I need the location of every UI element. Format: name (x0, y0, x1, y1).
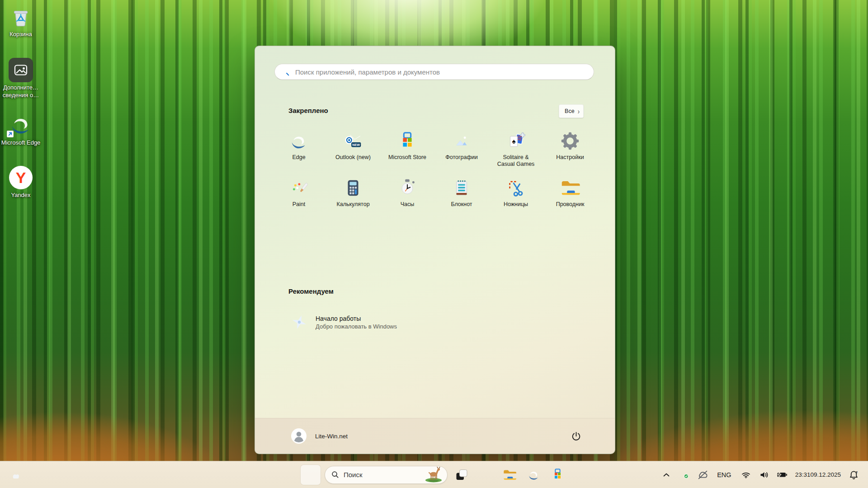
pinned-apps-grid: Edge NEW Outlook (new) Microsoft Store Ф… (272, 130, 597, 224)
taskbar-search-box[interactable]: Поиск (325, 466, 448, 484)
search-highlight-deer-image (421, 467, 446, 483)
start-search-input[interactable] (294, 68, 587, 76)
store-icon (397, 130, 418, 152)
pinned-app-notepad[interactable]: Блокнот (434, 177, 489, 224)
desktop-icon-label: Дополните… сведения о… (1, 84, 41, 99)
onedrive-button[interactable] (695, 466, 710, 484)
system-tray: ENG 23:31 09.12.2025 (659, 461, 862, 488)
solitaire-icon (505, 130, 526, 152)
recommended-item-subtitle: Добро пожаловать в Windows (316, 323, 397, 330)
desktop-icon-label: Yandex (11, 191, 30, 199)
start-menu-footer: Lite-Win.net (255, 418, 615, 454)
desktop-icon-recycle-bin[interactable]: Корзина (1, 5, 41, 38)
recommended-item-get-started[interactable]: Начало работы Добро пожаловать в Windows (272, 310, 453, 334)
chevron-right-icon: › (578, 107, 580, 116)
network-button[interactable] (738, 466, 754, 484)
taskbar-center: Поиск (301, 461, 567, 488)
paint-icon (288, 177, 309, 199)
store-icon (551, 468, 565, 482)
battery-button[interactable] (774, 466, 790, 484)
pinned-app-snipping-tool[interactable]: Ножницы (489, 177, 543, 224)
widgets-button[interactable] (7, 468, 26, 482)
search-icon (331, 471, 339, 479)
pinned-app-file-explorer[interactable]: Проводник (543, 177, 597, 224)
pinned-app-photos[interactable]: Фотографии (434, 130, 489, 177)
pinned-app-calculator[interactable]: Калькулятор (326, 177, 380, 224)
taskbar-search-label: Поиск (344, 471, 417, 479)
chevron-up-icon (663, 473, 670, 477)
notifications-button[interactable] (846, 466, 862, 484)
microsoft-store-button[interactable] (547, 465, 567, 485)
notepad-icon (451, 177, 472, 199)
user-name: Lite-Win.net (315, 433, 348, 440)
all-apps-button[interactable]: Все › (559, 104, 584, 118)
language-indicator[interactable]: ENG (713, 466, 735, 484)
pinned-app-paint[interactable]: Paint (272, 177, 326, 224)
pinned-section-title: Закреплено (288, 107, 328, 114)
volume-icon (760, 471, 769, 479)
pinned-app-settings[interactable]: Настройки (543, 130, 597, 177)
pinned-app-microsoft-store[interactable]: Microsoft Store (380, 130, 434, 177)
recommended-section-title: Рекомендуем (288, 287, 334, 295)
desktop-icon-microsoft-edge[interactable]: Microsoft Edge (1, 111, 41, 146)
weather-widget-icon (7, 468, 21, 482)
calculator-icon (343, 177, 363, 199)
outlook-icon: NEW (343, 130, 363, 152)
folder-icon (560, 177, 580, 199)
file-explorer-button[interactable] (500, 465, 519, 485)
desktop-icon-yandex[interactable]: Yandex (1, 165, 41, 199)
start-button[interactable] (301, 465, 321, 485)
onedrive-off-icon (697, 470, 708, 479)
edge-icon (527, 468, 541, 482)
volume-button[interactable] (756, 466, 772, 484)
desktop-screen: Корзина Дополните… сведения о… Microsoft… (0, 0, 868, 488)
pinned-app-clock[interactable]: Часы (380, 177, 434, 224)
user-account-button[interactable]: Lite-Win.net (291, 428, 348, 444)
get-started-icon (290, 313, 309, 332)
edge-icon (288, 130, 309, 152)
power-icon (571, 431, 581, 441)
desktop-icon-more-info[interactable]: Дополните… сведения о… (1, 58, 41, 99)
pinned-app-edge[interactable]: Edge (272, 130, 326, 177)
microsoft-365-button[interactable] (476, 465, 495, 485)
power-button[interactable] (567, 427, 585, 445)
edge-button[interactable] (524, 465, 543, 485)
tray-time: 23:31 (795, 471, 811, 479)
search-icon (281, 68, 290, 76)
task-view-icon (455, 468, 468, 482)
clock-date-button[interactable]: 23:31 09.12.2025 (793, 466, 844, 484)
microsoft-365-icon (479, 468, 492, 482)
task-view-button[interactable] (452, 465, 472, 485)
security-shield-icon (680, 470, 689, 479)
image-placeholder-icon (9, 58, 33, 82)
recommended-item-title: Начало работы (316, 315, 397, 322)
svg-text:NEW: NEW (352, 143, 360, 147)
bell-dnd-icon (849, 470, 859, 480)
avatar (291, 428, 307, 444)
edge-icon (8, 111, 34, 137)
windows-security-button[interactable] (677, 466, 692, 484)
wifi-icon (741, 471, 750, 479)
snipping-tool-icon (505, 177, 526, 199)
settings-gear-icon (560, 130, 580, 152)
windows-logo-icon (305, 469, 316, 480)
clock-icon (397, 177, 418, 199)
tray-date: 09.12.2025 (810, 471, 841, 479)
folder-icon (502, 468, 517, 482)
photos-icon (451, 130, 472, 152)
start-menu: Закреплено Все › Edge NEW Outlook (new) … (255, 46, 615, 454)
yandex-icon (9, 165, 33, 190)
recycle-bin-icon (9, 5, 33, 29)
desktop-icon-label: Корзина (9, 30, 32, 38)
pinned-app-solitaire[interactable]: Solitaire & Casual Games (489, 130, 543, 177)
desktop-icon-label: Microsoft Edge (1, 139, 41, 146)
start-search-box[interactable] (274, 64, 594, 80)
battery-charging-icon (777, 471, 788, 478)
tray-overflow-button[interactable] (659, 466, 674, 484)
shortcut-arrow-icon (7, 131, 14, 137)
pinned-app-outlook-new[interactable]: NEW Outlook (new) (326, 130, 380, 177)
taskbar: Поиск (0, 461, 868, 488)
